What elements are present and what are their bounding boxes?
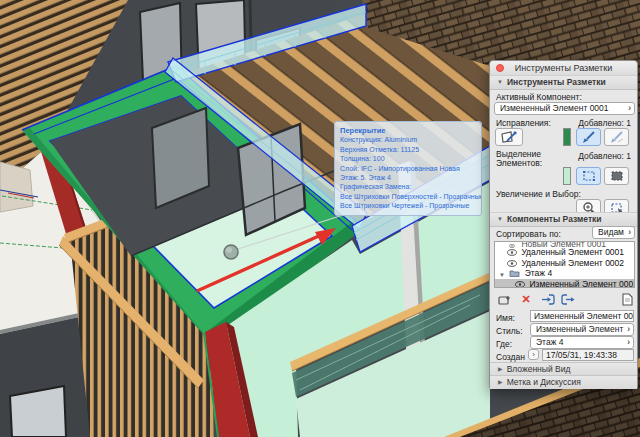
- list-item[interactable]: Удаленный Элемент 0001: [495, 247, 634, 258]
- corrections-added-count: Добавлено: 1: [578, 118, 631, 128]
- brush-icon: [582, 131, 596, 144]
- where-dropdown[interactable]: Этаж 4 ›: [530, 336, 634, 349]
- list-item-folder[interactable]: ▼ Этаж 4: [495, 268, 634, 279]
- tooltip-line: Все Штриховки Поверхностей - Прозрачные: [340, 192, 476, 201]
- style-dropdown[interactable]: Измененный Элемент ›: [530, 323, 634, 336]
- chevron-icon: ›: [627, 337, 630, 348]
- list-item[interactable]: Удаленный Элемент 0002: [495, 258, 634, 269]
- element-info-tooltip: Перекрытие Конструкция: Aluminium Верхня…: [334, 121, 482, 216]
- app-window: Перекрытие Конструкция: Aluminium Верхня…: [0, 0, 640, 437]
- report-button[interactable]: [619, 291, 635, 307]
- section-header-components[interactable]: ▼Компоненты Разметки: [490, 212, 637, 227]
- tooltip-line: Слой: IFC - Импортированная Новая: [340, 164, 476, 173]
- tooltip-line: Этаж: 5. Этаж 4: [340, 173, 476, 182]
- chevron-right-icon: ▶: [498, 376, 503, 389]
- close-button[interactable]: [496, 64, 504, 72]
- sort-by-label: Сортировать по:: [496, 229, 561, 239]
- marquee-filled-icon: [610, 170, 624, 182]
- panel-title: Инструменты Разметки: [515, 63, 612, 73]
- eye-icon: [507, 249, 517, 256]
- created-value: 17/05/31, 19:43:38: [542, 349, 634, 361]
- name-label: Имя:: [496, 313, 515, 323]
- correction-color-swatch[interactable]: [563, 128, 571, 146]
- erase-correction-button[interactable]: [604, 128, 629, 146]
- tooltip-line: Все Штриховки Чертежей - Прозрачные: [340, 201, 476, 210]
- export-icon: [561, 293, 575, 306]
- delete-component-button[interactable]: ✕: [518, 291, 534, 307]
- corrections-label: Исправления:: [496, 118, 551, 128]
- eye-icon: [507, 260, 517, 267]
- selection-added-count: Добавлено: 1: [578, 151, 631, 161]
- chevron-icon: ›: [628, 227, 631, 238]
- chevron-icon: ›: [532, 350, 535, 359]
- folder-icon: [509, 269, 520, 277]
- panel-titlebar[interactable]: Инструменты Разметки: [490, 61, 637, 76]
- style-label: Стиль:: [496, 326, 523, 336]
- eye-icon: [515, 281, 525, 288]
- highlight-erase-button[interactable]: [604, 167, 629, 185]
- active-component-label: Активный Компонент:: [496, 92, 582, 102]
- list-toolbar: ✕: [494, 291, 635, 307]
- new-item-icon: [497, 293, 511, 306]
- list-item-selected[interactable]: Измененный Элемент 0001: [495, 279, 634, 289]
- section-header-embedded-view[interactable]: ▶Вложенный Вид: [490, 362, 637, 376]
- chevron-icon: ›: [627, 324, 630, 335]
- document-icon: [622, 293, 633, 306]
- active-component-dropdown[interactable]: Измененный Элемент 0001 ›: [494, 102, 635, 115]
- chevron-down-icon: ▼: [497, 76, 503, 89]
- tooltip-title: Перекрытие: [340, 126, 476, 135]
- components-list[interactable]: Новый Элемент 0001 Удаленный Элемент 000…: [494, 241, 635, 288]
- tooltip-line: Графическая Замена:: [340, 182, 476, 191]
- chevron-icon: ›: [628, 103, 631, 114]
- selection-label-2: Элементов:: [496, 158, 542, 168]
- import-button[interactable]: [540, 291, 556, 307]
- polygon-pencil-icon: [500, 130, 518, 144]
- chevron-down-icon: ▼: [497, 213, 503, 226]
- section-header-tag-discussion[interactable]: ▶Метка и Дискуссия: [490, 375, 637, 389]
- section-header-tools[interactable]: ▼Инструменты Разметки: [490, 75, 637, 90]
- add-component-button[interactable]: [496, 291, 512, 307]
- correction-tool-button[interactable]: [495, 128, 523, 146]
- zoom-select-label: Увеличение и Выбор:: [496, 189, 581, 199]
- selection-color-swatch[interactable]: [563, 167, 571, 185]
- export-button[interactable]: [560, 291, 576, 307]
- highlight-marquee-button[interactable]: [576, 167, 601, 185]
- markup-tools-panel: Инструменты Разметки ▼Инструменты Размет…: [489, 60, 638, 389]
- name-field[interactable]: Измененный Элемент 0001: [530, 310, 634, 322]
- created-label: Создан: [496, 352, 525, 362]
- sort-by-dropdown[interactable]: Видам ›: [592, 226, 635, 239]
- tooltip-line: Толщина: 100: [340, 154, 476, 163]
- marquee-icon: [582, 170, 596, 182]
- created-expand-button[interactable]: ›: [528, 349, 539, 360]
- import-icon: [541, 293, 555, 306]
- where-label: Где:: [496, 339, 512, 349]
- tooltip-line: Верхняя Отметка: 11125: [340, 145, 476, 154]
- tooltip-line: Конструкция: Aluminium: [340, 135, 476, 144]
- delete-x-icon: ✕: [521, 294, 530, 305]
- brush-erase-icon: [610, 131, 624, 144]
- paint-correction-button[interactable]: [576, 128, 601, 146]
